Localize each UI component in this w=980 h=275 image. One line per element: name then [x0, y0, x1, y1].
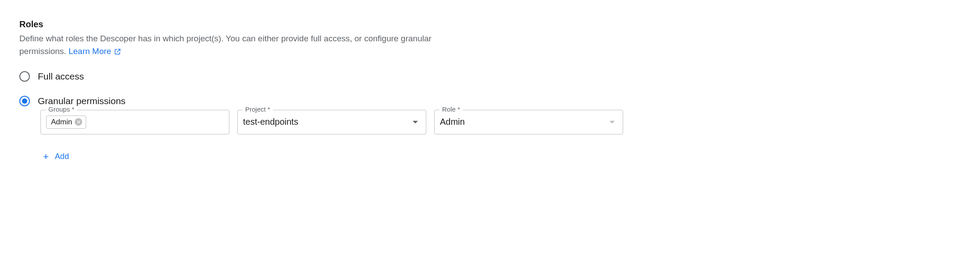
role-field-wrapper: Role * Admin: [434, 110, 623, 134]
external-link-icon: [114, 48, 121, 55]
granular-option-block: Granular permissions Groups * Admin ✕ Pr…: [19, 96, 961, 162]
learn-more-label: Learn More: [69, 45, 111, 58]
role-select-value: Admin: [440, 117, 610, 127]
radio-full-access[interactable]: [19, 71, 30, 82]
chevron-down-icon: [610, 121, 615, 123]
roles-section: Roles Define what roles the Descoper has…: [19, 19, 961, 162]
project-select[interactable]: test-endpoints: [237, 110, 426, 134]
group-chip: Admin ✕: [46, 116, 86, 129]
project-field-label: Project *: [243, 105, 273, 113]
permission-fields-row: Groups * Admin ✕ Project * test-endpoint…: [40, 110, 961, 134]
groups-multiselect[interactable]: Admin ✕: [40, 110, 229, 134]
groups-field-label: Groups *: [46, 105, 77, 113]
chip-remove-icon[interactable]: ✕: [75, 118, 82, 126]
role-select[interactable]: Admin: [434, 110, 623, 134]
radio-granular[interactable]: [19, 96, 30, 106]
add-button-label: Add: [55, 152, 69, 161]
role-field-label: Role *: [439, 105, 463, 113]
group-chip-label: Admin: [51, 118, 72, 127]
access-radio-group: Full access Granular permissions Groups …: [19, 71, 961, 162]
project-field-wrapper: Project * test-endpoints: [237, 110, 426, 134]
radio-option-full-access[interactable]: Full access: [19, 71, 961, 82]
chevron-down-icon: [413, 121, 418, 123]
radio-full-access-label: Full access: [38, 71, 84, 82]
section-description: Define what roles the Descoper has in wh…: [19, 32, 450, 58]
section-title: Roles: [19, 19, 961, 29]
radio-option-granular[interactable]: Granular permissions: [19, 96, 961, 106]
add-permission-button[interactable]: + Add: [43, 152, 69, 162]
learn-more-link[interactable]: Learn More: [69, 45, 121, 58]
radio-granular-label: Granular permissions: [38, 96, 126, 106]
plus-icon: +: [43, 152, 49, 162]
groups-field-wrapper: Groups * Admin ✕: [40, 110, 229, 134]
project-select-value: test-endpoints: [243, 117, 413, 127]
